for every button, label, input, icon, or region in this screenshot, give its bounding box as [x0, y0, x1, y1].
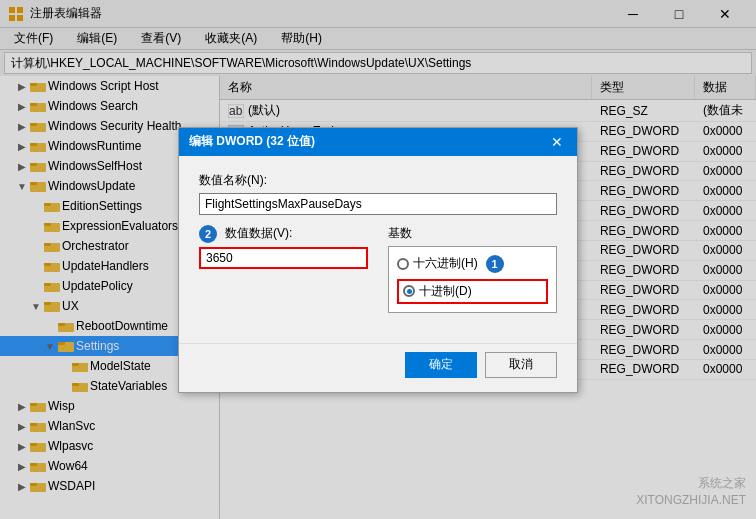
cancel-button[interactable]: 取消: [485, 352, 557, 378]
dialog-body: 数值名称(N): 2 数值数据(V): 基数: [179, 156, 577, 339]
split-row: 2 数值数据(V): 基数 十六进制(H) 1: [199, 225, 557, 313]
base-label: 基数: [388, 225, 557, 242]
radio-dec[interactable]: 十进制(D): [397, 279, 548, 304]
data-section: 2 数值数据(V):: [199, 225, 368, 313]
data-input[interactable]: [199, 247, 368, 269]
data-label: 2 数值数据(V):: [199, 225, 368, 243]
name-row: 数值名称(N):: [199, 172, 557, 215]
dialog-close-button[interactable]: ✕: [547, 132, 567, 152]
base-section: 基数 十六进制(H) 1 十进制(D): [388, 225, 557, 313]
radio-dec-label: 十进制(D): [419, 283, 472, 300]
dword-dialog: 编辑 DWORD (32 位值) ✕ 数值名称(N): 2 数值数据(V):: [178, 127, 578, 393]
badge-2: 2: [199, 225, 217, 243]
radio-hex-label: 十六进制(H): [413, 255, 478, 272]
dialog-title: 编辑 DWORD (32 位值): [189, 133, 315, 150]
radio-dec-circle: [403, 285, 415, 297]
name-input[interactable]: [199, 193, 557, 215]
dialog-footer: 确定 取消: [179, 343, 577, 392]
radio-group: 十六进制(H) 1 十进制(D): [388, 246, 557, 313]
watermark: 系统之家 XITONGZHIJIA.NET: [636, 475, 746, 509]
dialog-title-bar: 编辑 DWORD (32 位值) ✕: [179, 128, 577, 156]
ok-button[interactable]: 确定: [405, 352, 477, 378]
badge-1: 1: [486, 255, 504, 273]
radio-hex-circle: [397, 258, 409, 270]
name-label: 数值名称(N):: [199, 172, 557, 189]
radio-hex[interactable]: 十六进制(H) 1: [397, 255, 548, 273]
dialog-overlay: 编辑 DWORD (32 位值) ✕ 数值名称(N): 2 数值数据(V):: [0, 0, 756, 519]
